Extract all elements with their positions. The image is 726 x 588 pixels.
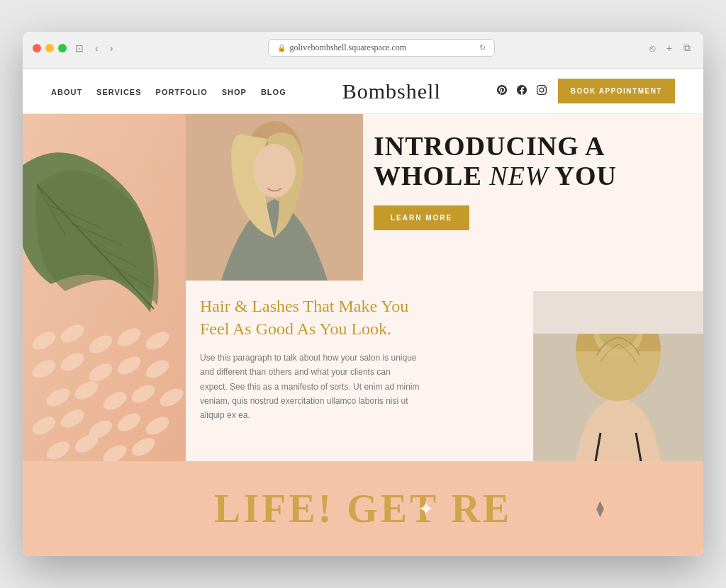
- hero-headline: INTRODUCING A WHOLE NEW YOU: [374, 132, 696, 191]
- website-content: ABOUT SERVICES PORTFOLIO SHOP BLOG Bombs…: [23, 69, 703, 556]
- nav-social: [497, 85, 547, 98]
- minimize-button[interactable]: [45, 44, 54, 52]
- nav-right: BOOK APPOINTMENT: [497, 79, 675, 103]
- address-bar[interactable]: 🔒 golivebombshell.squarespace.com ↻: [268, 39, 495, 57]
- address-bar-container: 🔒 golivebombshell.squarespace.com ↻: [121, 39, 640, 57]
- browser-toolbar: ⊡ ‹ › 🔒 golivebombshell.squarespace.com …: [33, 39, 693, 57]
- headline-italic: NEW: [489, 161, 548, 191]
- browser-actions: ⎋ + ⧉: [647, 40, 693, 55]
- book-decoration: ⧫: [596, 499, 604, 518]
- headline-line2-end: YOU: [549, 161, 618, 191]
- back-button[interactable]: ‹: [92, 41, 101, 55]
- bottom-section: LIFE! GET RE ✦ ⧫: [23, 461, 703, 556]
- forward-button[interactable]: ›: [107, 41, 116, 55]
- browser-chrome: ⊡ ‹ › 🔒 golivebombshell.squarespace.com …: [23, 32, 703, 69]
- hero-tagline-area: Hair & Lashes That Make You Feel As Good…: [200, 295, 420, 423]
- pinterest-icon[interactable]: [497, 85, 507, 98]
- hero-section: INTRODUCING A WHOLE NEW YOU LEARN MORE H…: [23, 114, 703, 461]
- learn-more-button[interactable]: LEARN MORE: [374, 205, 469, 230]
- bottom-text: LIFE! GET RE: [214, 486, 512, 531]
- url-text: golivebombshell.squarespace.com: [290, 43, 407, 53]
- nav-services[interactable]: SERVICES: [96, 88, 141, 96]
- share-button[interactable]: ⎋: [647, 41, 658, 55]
- hero-main-area: INTRODUCING A WHOLE NEW YOU LEARN MORE H…: [186, 114, 703, 461]
- hero-left-svg: [23, 114, 186, 461]
- service-description: Use this paragraph to talk about how you…: [200, 351, 420, 423]
- instagram-icon[interactable]: [537, 85, 547, 98]
- browser-window: ⊡ ‹ › 🔒 golivebombshell.squarespace.com …: [23, 32, 703, 556]
- svg-rect-38: [533, 291, 703, 334]
- nav-shop[interactable]: SHOP: [222, 88, 247, 96]
- svg-point-33: [253, 144, 296, 198]
- hero-right-photo: [533, 291, 703, 461]
- reload-icon[interactable]: ↻: [479, 43, 486, 52]
- maximize-button[interactable]: [58, 44, 67, 52]
- nav-about[interactable]: ABOUT: [51, 88, 82, 96]
- hero-headline-area: INTRODUCING A WHOLE NEW YOU LEARN MORE: [374, 132, 696, 230]
- close-button[interactable]: [33, 44, 41, 52]
- hero-left-image: [23, 114, 186, 461]
- site-logo[interactable]: Bombshell: [342, 79, 441, 103]
- nav-links: ABOUT SERVICES PORTFOLIO SHOP BLOG: [51, 85, 286, 98]
- star-decoration: ✦: [418, 497, 434, 521]
- hero-center-photo: [186, 114, 363, 281]
- headline-line1: INTRODUCING A: [374, 131, 605, 161]
- facebook-icon[interactable]: [517, 85, 527, 98]
- tabs-button[interactable]: ⧉: [681, 40, 693, 55]
- headline-line2-start: WHOLE: [374, 161, 489, 191]
- new-tab-button[interactable]: +: [664, 41, 675, 55]
- center-photo-svg: [186, 114, 363, 281]
- nav-blog[interactable]: BLOG: [261, 88, 286, 96]
- lock-icon: 🔒: [277, 44, 286, 52]
- book-appointment-button[interactable]: BOOK APPOINTMENT: [558, 79, 675, 103]
- traffic-lights: [33, 44, 67, 52]
- sidebar-toggle-button[interactable]: ⊡: [72, 41, 86, 55]
- navigation: ABOUT SERVICES PORTFOLIO SHOP BLOG Bombs…: [23, 69, 703, 114]
- right-photo-svg: [533, 291, 703, 461]
- service-tagline: Hair & Lashes That Make You Feel As Good…: [200, 295, 420, 341]
- nav-portfolio[interactable]: PORTFOLIO: [156, 88, 208, 96]
